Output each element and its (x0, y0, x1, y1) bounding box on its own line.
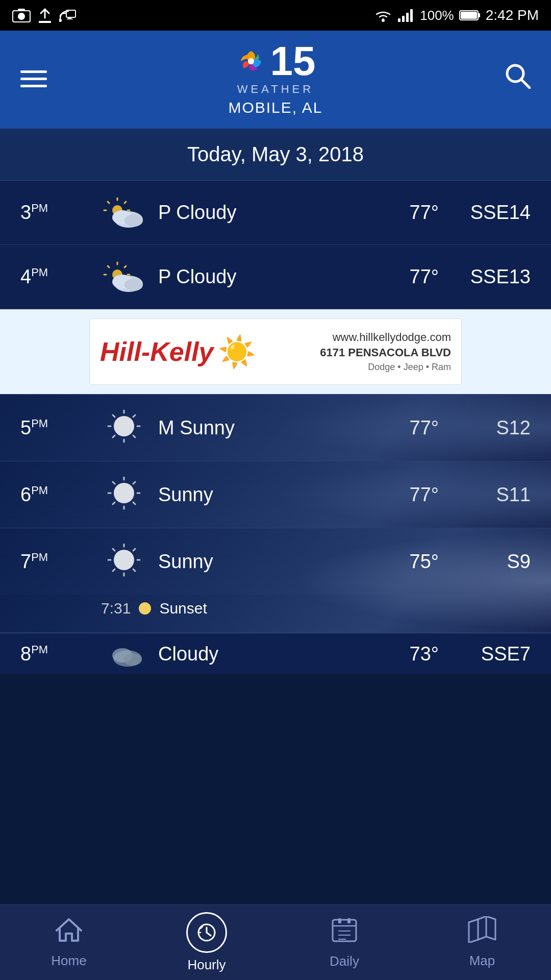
ad-address: 6171 PENSACOLA BLVD (320, 345, 451, 361)
nav-map[interactable]: Map (413, 916, 551, 969)
svg-point-25 (124, 214, 143, 227)
sunset-label: Sunset (159, 600, 207, 617)
time-7pm: 7PM (20, 551, 92, 573)
nav-hourly-label: Hourly (187, 957, 226, 973)
nav-hourly[interactable]: Hourly (138, 912, 276, 973)
icon-3pm (102, 196, 148, 229)
svg-rect-9 (406, 13, 409, 22)
svg-line-58 (113, 549, 115, 551)
svg-line-30 (108, 266, 109, 267)
battery-text: 100% (420, 8, 454, 23)
nav-map-label: Map (469, 953, 495, 969)
advertisement-banner[interactable]: Hill-Kelly ☀️ www.hillkellydodge.com 617… (0, 309, 551, 395)
signal-icon (397, 8, 415, 22)
svg-rect-10 (410, 9, 413, 22)
icon-8pm (102, 640, 148, 668)
svg-line-48 (133, 502, 135, 504)
temp-3pm: 77° (372, 202, 439, 224)
weather-list: 3PM P Cloudy 77° SSE14 4PM (0, 181, 551, 674)
date-label: Today, May 3, 2018 (187, 143, 364, 165)
svg-line-21 (108, 202, 109, 203)
cast-icon (59, 8, 77, 22)
time-4pm: 4PM (20, 266, 92, 288)
temp-6pm: 77° (372, 484, 439, 506)
bottom-navigation: Home Hourly Daily (0, 904, 551, 980)
search-button[interactable] (504, 62, 531, 95)
temp-7pm: 75° (372, 551, 439, 573)
time-text: 2:42 PM (486, 7, 539, 23)
icon-4pm (102, 260, 148, 293)
svg-rect-3 (39, 21, 51, 23)
svg-line-49 (113, 482, 115, 484)
svg-line-39 (133, 435, 135, 437)
ad-tagline: Dodge • Jeep • Ram (320, 361, 451, 374)
svg-line-55 (133, 549, 135, 551)
sunset-info: 7:31 Sunset (0, 595, 551, 633)
svg-rect-13 (461, 12, 477, 19)
svg-point-4 (59, 19, 62, 22)
icon-6pm (102, 477, 148, 512)
nav-home[interactable]: Home (0, 916, 138, 969)
upload-icon (38, 7, 52, 24)
svg-rect-69 (347, 918, 350, 923)
desc-3pm: P Cloudy (158, 202, 362, 224)
status-bar: 100% 2:42 PM (0, 0, 551, 31)
weather-row-8pm-partial: 8PM Cloudy 73° SSE7 (0, 633, 551, 674)
sunset-time: 7:31 (101, 600, 131, 617)
wifi-icon (374, 8, 392, 22)
time-8pm: 8PM (20, 643, 92, 665)
svg-point-14 (248, 58, 254, 64)
svg-rect-7 (398, 18, 400, 22)
svg-rect-2 (18, 9, 25, 11)
svg-point-6 (382, 19, 385, 22)
weather-subtitle: WEATHER (237, 83, 314, 96)
ad-website: www.hillkellydodge.com (320, 330, 451, 346)
nav-daily[interactable]: Daily (276, 916, 413, 969)
desc-4pm: P Cloudy (158, 266, 362, 288)
svg-point-34 (124, 279, 143, 291)
weather-row-5pm: 5PM M Sunny 77° S12 (0, 395, 551, 461)
svg-point-53 (114, 550, 134, 570)
wind-8pm: SSE7 (449, 643, 531, 665)
svg-rect-68 (338, 918, 341, 923)
nav-daily-label: Daily (330, 953, 359, 969)
brand-number: 15 (270, 41, 316, 82)
weather-row-7pm: 7PM Sunny 75° S9 7:31 (0, 528, 551, 633)
temp-5pm: 77° (372, 417, 439, 439)
svg-point-64 (123, 653, 142, 666)
temp-8pm: 73° (372, 643, 439, 665)
icon-7pm (102, 544, 148, 579)
wind-6pm: S11 (449, 484, 531, 506)
daily-icon (331, 916, 358, 949)
desc-8pm: Cloudy (158, 643, 362, 665)
svg-point-44 (114, 483, 134, 503)
wind-4pm: SSE13 (449, 266, 531, 288)
nav-home-label: Home (51, 953, 86, 969)
desc-7pm: Sunny (158, 551, 362, 573)
weather-row-4pm: 4PM P Cloudy 77° SSE13 (0, 245, 551, 309)
location-label: MOBILE, AL (228, 99, 322, 116)
map-icon (467, 916, 497, 949)
wind-7pm: S9 (449, 551, 531, 573)
icon-5pm (102, 410, 148, 446)
weather-row-3pm: 3PM P Cloudy 77° SSE14 (0, 181, 551, 245)
svg-point-35 (114, 416, 134, 436)
app-logo: 15 WEATHER MOBILE, AL (228, 41, 322, 116)
desc-5pm: M Sunny (158, 417, 362, 439)
wind-5pm: S12 (449, 417, 531, 439)
ad-sun-icon: ☀️ (218, 334, 256, 370)
hourly-circle-icon (186, 912, 227, 953)
svg-point-1 (18, 13, 25, 20)
svg-line-16 (521, 80, 530, 88)
ad-content: Hill-Kelly ☀️ www.hillkellydodge.com 617… (89, 318, 462, 385)
date-bar: Today, May 3, 2018 (0, 129, 551, 181)
photo-icon (12, 8, 31, 22)
svg-line-40 (113, 415, 115, 417)
time-3pm: 3PM (20, 202, 92, 224)
nbc-peacock-logo (236, 46, 266, 77)
ad-contact: www.hillkellydodge.com 6171 PENSACOLA BL… (320, 330, 451, 374)
status-right-info: 100% 2:42 PM (374, 7, 539, 23)
time-5pm: 5PM (20, 417, 92, 439)
menu-button[interactable] (20, 70, 47, 87)
temp-4pm: 77° (372, 266, 439, 288)
